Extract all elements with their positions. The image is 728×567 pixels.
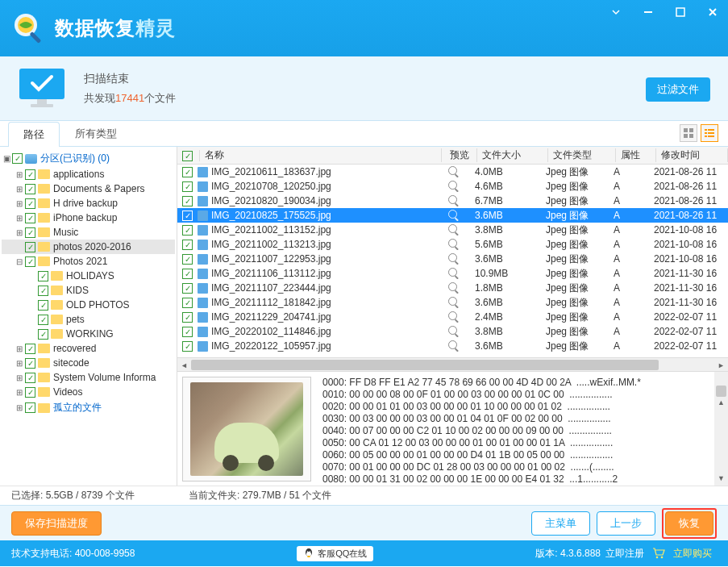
col-name[interactable]: 名称 bbox=[200, 148, 442, 162]
file-row[interactable]: ✓IMG_20210708_120250.jpg4.6MBJpeg 图像A202… bbox=[177, 179, 728, 194]
checkbox-icon[interactable]: ✓ bbox=[182, 167, 193, 177]
checkbox-icon[interactable]: ✓ bbox=[25, 213, 35, 223]
tree-item[interactable]: ⊞✓H drive backup bbox=[2, 196, 175, 211]
tree-item[interactable]: ⊞✓孤立的文件 bbox=[2, 399, 175, 416]
checkbox-icon[interactable]: ✓ bbox=[25, 169, 35, 180]
horizontal-scrollbar[interactable]: ◄ ► bbox=[177, 357, 728, 371]
preview-icon[interactable] bbox=[435, 282, 470, 294]
checkbox-icon[interactable]: ✓ bbox=[182, 225, 193, 236]
expand-icon[interactable]: ⊞ bbox=[15, 373, 24, 382]
tree-item[interactable]: ⊞✓Documents & Papers bbox=[2, 181, 175, 196]
tree-item[interactable]: ✓WORKING bbox=[2, 327, 175, 341]
tree-item[interactable]: ⊞✓applications bbox=[2, 167, 175, 181]
expand-icon[interactable]: ⊞ bbox=[15, 344, 24, 353]
file-row[interactable]: ✓IMG_20211002_113152.jpg3.8MBJpeg 图像A202… bbox=[177, 223, 728, 237]
checkbox-icon[interactable]: ✓ bbox=[25, 402, 35, 413]
tree-item[interactable]: ⊞✓Videos bbox=[2, 385, 175, 399]
main-menu-button[interactable]: 主菜单 bbox=[531, 511, 590, 536]
hex-viewer[interactable]: 0000: FF D8 FF E1 A2 77 45 78 69 66 00 0… bbox=[316, 372, 728, 486]
buy-now-link[interactable]: 立即购买 bbox=[673, 547, 712, 561]
close-button[interactable] bbox=[705, 5, 720, 19]
checkbox-icon[interactable]: ✓ bbox=[25, 373, 35, 383]
checkbox-icon[interactable]: ✓ bbox=[182, 211, 193, 221]
checkbox-icon[interactable]: ✓ bbox=[182, 254, 193, 265]
file-row[interactable]: ✓IMG_20210611_183637.jpg4.0MBJpeg 图像A202… bbox=[177, 165, 728, 179]
checkbox-icon[interactable]: ✓ bbox=[38, 271, 48, 281]
scroll-thumb[interactable] bbox=[716, 386, 726, 397]
scroll-right-icon[interactable]: ► bbox=[714, 358, 728, 372]
tab-all-types[interactable]: 所有类型 bbox=[60, 121, 132, 146]
hex-scrollbar[interactable]: ▲ ▼ bbox=[714, 372, 728, 486]
col-type[interactable]: 文件类型 bbox=[548, 148, 616, 162]
scroll-down-icon[interactable]: ▼ bbox=[714, 472, 728, 486]
tree-item[interactable]: ⊞✓Music bbox=[2, 225, 175, 240]
checkbox-icon[interactable]: ✓ bbox=[182, 327, 193, 337]
grid-view-icon[interactable] bbox=[680, 124, 697, 142]
preview-icon[interactable] bbox=[435, 297, 470, 308]
checkbox-icon[interactable]: ✓ bbox=[182, 312, 193, 323]
expand-icon[interactable]: ⊞ bbox=[15, 228, 24, 237]
file-row[interactable]: ✓IMG_20210825_175525.jpg3.6MBJpeg 图像A202… bbox=[177, 208, 728, 223]
checkbox-icon[interactable]: ✓ bbox=[25, 198, 35, 209]
tree-item[interactable]: ✓HOLIDAYS bbox=[2, 269, 175, 283]
expand-icon[interactable]: ⊞ bbox=[15, 185, 24, 194]
checkbox-icon[interactable]: ✓ bbox=[25, 242, 35, 252]
col-checkbox[interactable]: ✓ bbox=[177, 150, 200, 161]
filter-files-button[interactable]: 过滤文件 bbox=[646, 77, 710, 102]
checkbox-icon[interactable]: ✓ bbox=[38, 286, 48, 296]
preview-icon[interactable] bbox=[435, 326, 470, 337]
preview-icon[interactable] bbox=[435, 166, 470, 177]
preview-icon[interactable] bbox=[435, 311, 470, 323]
scroll-thumb[interactable] bbox=[191, 360, 659, 370]
maximize-button[interactable] bbox=[673, 5, 688, 19]
tree-item[interactable]: ⊞✓iPhone backup bbox=[2, 211, 175, 225]
tree-item[interactable]: ✓KIDS bbox=[2, 283, 175, 298]
file-row[interactable]: ✓IMG_20211106_113112.jpg10.9MBJpeg 图像A20… bbox=[177, 266, 728, 281]
checkbox-icon[interactable]: ✓ bbox=[25, 256, 35, 267]
previous-button[interactable]: 上一步 bbox=[597, 511, 655, 536]
folder-tree[interactable]: ▣ ✓ 分区(已识别) (0) ⊞✓applications⊞✓Document… bbox=[0, 147, 177, 486]
checkbox-icon[interactable]: ✓ bbox=[12, 153, 23, 164]
col-size[interactable]: 文件大小 bbox=[477, 148, 548, 162]
preview-icon[interactable] bbox=[435, 253, 470, 265]
file-row[interactable]: ✓IMG_20211112_181842.jpg3.6MBJpeg 图像A202… bbox=[177, 295, 728, 310]
expand-icon[interactable]: ⊞ bbox=[15, 214, 24, 223]
qq-support-badge[interactable]: 客服QQ在线 bbox=[297, 546, 373, 561]
col-preview[interactable]: 预览 bbox=[442, 148, 477, 162]
checkbox-icon[interactable]: ✓ bbox=[182, 283, 193, 294]
checkbox-icon[interactable]: ✓ bbox=[25, 184, 35, 194]
preview-icon[interactable] bbox=[435, 210, 470, 221]
checkbox-icon[interactable]: ✓ bbox=[38, 329, 48, 340]
expand-icon[interactable]: ⊞ bbox=[15, 403, 24, 412]
dropdown-icon[interactable] bbox=[609, 5, 623, 19]
preview-icon[interactable] bbox=[435, 224, 470, 236]
tree-root[interactable]: ▣ ✓ 分区(已识别) (0) bbox=[2, 150, 175, 167]
file-list[interactable]: ✓IMG_20210611_183637.jpg4.0MBJpeg 图像A202… bbox=[177, 165, 728, 357]
col-mtime[interactable]: 修改时间 bbox=[656, 148, 728, 162]
expand-icon[interactable]: ⊞ bbox=[15, 359, 24, 368]
list-view-icon[interactable] bbox=[701, 124, 718, 142]
expand-icon[interactable]: ⊞ bbox=[15, 170, 24, 179]
checkbox-icon[interactable]: ✓ bbox=[182, 196, 193, 206]
tree-item[interactable]: ⊞✓recovered bbox=[2, 341, 175, 356]
tree-item[interactable]: ⊞✓sitecode bbox=[2, 356, 175, 370]
expand-icon[interactable]: ▣ bbox=[2, 154, 11, 163]
checkbox-icon[interactable]: ✓ bbox=[182, 298, 193, 308]
checkbox-icon[interactable]: ✓ bbox=[25, 358, 35, 369]
preview-thumbnail[interactable] bbox=[182, 377, 311, 482]
recover-button[interactable]: 恢复 bbox=[665, 511, 713, 536]
preview-icon[interactable] bbox=[435, 239, 470, 250]
expand-icon[interactable]: ⊞ bbox=[15, 388, 24, 397]
save-scan-progress-button[interactable]: 保存扫描进度 bbox=[11, 511, 102, 536]
tree-item[interactable]: ⊞✓System Volume Informa bbox=[2, 370, 175, 385]
file-row[interactable]: ✓IMG_20211107_223444.jpg1.8MBJpeg 图像A202… bbox=[177, 281, 728, 295]
checkbox-icon[interactable]: ✓ bbox=[38, 315, 48, 325]
checkbox-icon[interactable]: ✓ bbox=[182, 341, 193, 352]
checkbox-icon[interactable]: ✓ bbox=[25, 344, 35, 354]
preview-icon[interactable] bbox=[435, 181, 470, 192]
file-row[interactable]: ✓IMG_20210820_190034.jpg6.7MBJpeg 图像A202… bbox=[177, 194, 728, 208]
expand-icon[interactable]: ⊟ bbox=[15, 257, 24, 266]
tab-path[interactable]: 路径 bbox=[8, 122, 60, 147]
file-row[interactable]: ✓IMG_20220102_114846.jpg3.8MBJpeg 图像A202… bbox=[177, 324, 728, 339]
tree-item[interactable]: ✓photos 2020-2016 bbox=[2, 240, 175, 254]
